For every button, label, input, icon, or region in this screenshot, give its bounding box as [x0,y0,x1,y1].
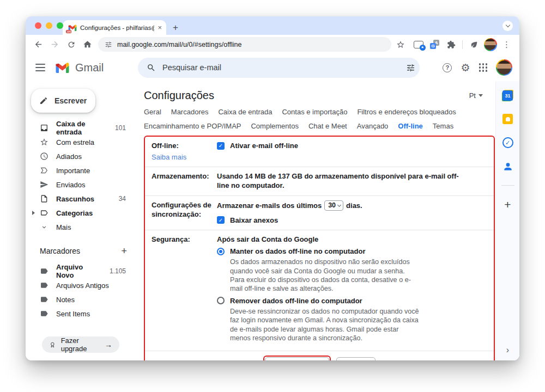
tab-marcadores[interactable]: Marcadores [171,108,209,116]
sidebar-item-starred[interactable]: Com estrela [26,135,138,149]
sidebar-item-important[interactable]: Importante [26,163,138,177]
gmail-wordmark: Gmail [75,62,104,74]
storage-row-label: Armazenamento: [152,172,209,180]
sidebar-item-inbox[interactable]: Caixa de entrada 101 [26,121,138,135]
offline-row: Off-line: Saiba mais ✓ Ativar e-mail off… [145,137,494,167]
security-heading: Após sair da Conta do Google [217,235,486,244]
translate-icon[interactable]: AG [427,37,442,52]
label-item[interactable]: Arquivos Antigos [26,278,138,292]
add-label-icon[interactable]: + [121,246,127,256]
search-icon[interactable] [147,63,156,72]
search-placeholder: Pesquisar e-mail [162,63,399,72]
tab-filtros[interactable]: Filtros e endereços bloqueados [357,108,456,116]
media-router-icon[interactable]: ★ [411,37,426,52]
save-changes-button[interactable]: Salvar alterações [265,357,330,361]
inbox-icon [40,124,49,132]
browser-menu-icon[interactable]: ⋮ [499,37,514,52]
settings-gear-icon[interactable]: ⚙ [461,63,470,73]
new-tab-button[interactable]: + [173,23,178,32]
keep-icon[interactable] [502,114,513,124]
tasks-icon[interactable]: ✓ [502,137,513,148]
window-controls [35,22,63,29]
sidebar-item-label: Caixa de entrada [56,120,107,136]
calendar-icon[interactable]: 31 [502,90,513,101]
minimize-window-button[interactable] [46,22,52,29]
remove-data-radio[interactable] [217,297,225,304]
compose-label: Escrever [55,96,87,105]
keep-data-description: Os dados armazenados no dispositivo não … [230,258,421,293]
tab-geral[interactable]: Geral [144,108,161,116]
cancel-button[interactable]: Cancelar [336,357,376,361]
sidebar-item-label: Enviados [56,181,85,189]
account-avatar[interactable] [496,59,512,76]
extensions-icon[interactable] [444,37,458,52]
search-input[interactable]: Pesquisar e-mail [138,58,420,78]
sync-settings-row: Configurações de sincronização: Armazena… [145,196,494,230]
tab-offline[interactable]: Off-line [398,122,423,130]
expand-caret-icon[interactable] [32,211,35,215]
label-item[interactable]: Arquivo Novo 1.105 [26,264,138,278]
tab-temas[interactable]: Temas [433,122,453,130]
download-attachments-label: Baixar anexos [230,216,278,225]
panel-divider [501,185,514,186]
browser-window: 100 Configurações - philfarias@g × + mai… [26,16,519,360]
unread-badge: 100 [66,30,71,33]
tab-chat-e-meet[interactable]: Chat e Meet [308,122,347,130]
sidebar-item-categories[interactable]: Categorias [26,206,138,220]
zoom-window-button[interactable] [57,22,63,29]
tab-contas[interactable]: Contas e importação [282,108,347,116]
address-bar[interactable]: mail.google.com/mail/u/0/#settings/offli… [98,37,391,52]
reload-icon[interactable] [64,37,78,52]
tab-close-icon[interactable]: × [158,24,162,31]
award-icon [49,341,56,349]
label-icon [40,267,49,275]
contacts-icon[interactable] [502,161,513,172]
annotation-box-save-button: Salvar alterações [263,356,331,361]
browser-profile-avatar[interactable] [483,37,498,52]
sidebar-item-snoozed[interactable]: Adiados [26,149,138,163]
toolbar-separator [462,40,463,49]
label-name: Arquivos Antigos [56,281,109,290]
label-icon [40,281,49,290]
sidebar-item-more[interactable]: Mais [26,220,138,234]
enable-offline-checkbox[interactable]: ✓ [217,142,225,150]
site-settings-icon[interactable] [105,41,112,48]
sidebar-item-sent[interactable]: Enviados [26,177,138,192]
storage-row: Armazenamento: Usando 14 MB de 137 GB do… [145,167,494,195]
label-name: Sent Items [56,310,90,318]
tab-avancado[interactable]: Avançado [357,122,389,130]
tab-encaminhamento[interactable]: Encaminhamento e POP/IMAP [144,122,241,130]
upgrade-button[interactable]: Fazer upgrade → [42,336,119,353]
label-item[interactable]: Sent Items [26,307,138,321]
google-apps-icon[interactable] [479,63,488,72]
close-window-button[interactable] [35,22,41,29]
gmail-logo [55,62,70,74]
sync-days-select[interactable]: 30 [324,200,343,211]
workspace-side-panel: 31 ✓ + › [495,81,519,360]
performance-leaf-icon[interactable] [467,37,481,52]
tab-caixa-de-entrada[interactable]: Caixa de entrada [218,108,272,116]
compose-button[interactable]: Escrever [31,89,95,113]
browser-tab[interactable]: 100 Configurações - philfarias@g × [63,20,166,35]
download-attachments-checkbox[interactable]: ✓ [217,216,225,224]
labels-header: Marcadores [40,247,80,255]
help-icon[interactable]: ? [443,63,452,72]
input-tools-selector[interactable]: Pt [469,91,483,100]
back-icon[interactable] [31,37,46,52]
security-row-label: Segurança: [152,235,190,243]
tab-search-icon[interactable] [502,21,513,31]
label-name: Arquivo Novo [56,263,102,279]
chevron-down-icon [40,223,49,231]
keep-data-radio[interactable] [217,248,225,255]
home-icon[interactable] [80,37,95,52]
bookmark-star-icon[interactable] [393,37,408,52]
learn-more-link[interactable]: Saiba mais [152,152,217,162]
main-menu-icon[interactable] [35,64,45,71]
search-filters-icon[interactable] [406,63,415,72]
label-item[interactable]: Notes [26,292,138,307]
tab-complementos[interactable]: Complementos [251,122,298,130]
forward-icon[interactable] [47,37,62,52]
sidebar-item-drafts[interactable]: Rascunhos 34 [26,192,138,206]
panel-collapse-chevron-icon[interactable]: › [506,345,509,355]
get-addons-icon[interactable]: + [504,199,511,210]
